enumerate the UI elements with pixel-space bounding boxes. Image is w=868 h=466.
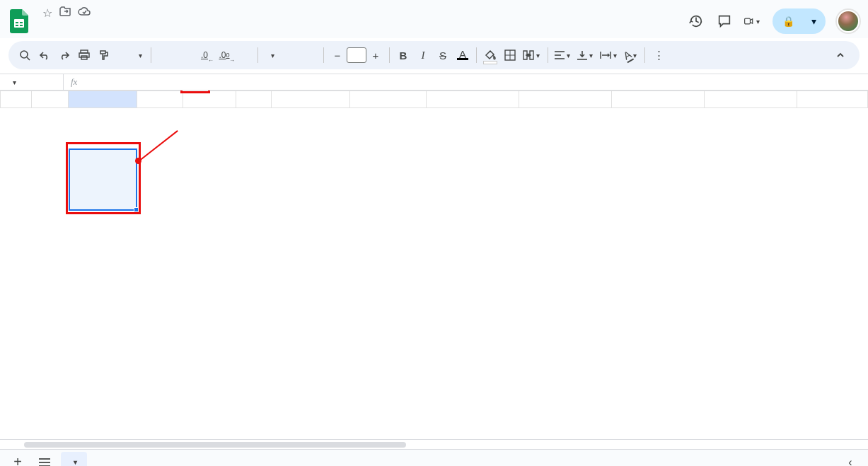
borders-button[interactable]	[501, 45, 519, 65]
namebox-caret-icon[interactable]: ▾	[11, 78, 18, 86]
annotation-highlight-box	[66, 142, 141, 214]
select-all-cell[interactable]	[1, 91, 32, 108]
menu-extensions[interactable]	[116, 28, 126, 30]
lock-icon: 🔒	[782, 16, 794, 27]
font-caret-icon[interactable]: ▾	[270, 52, 276, 59]
menu-edit[interactable]	[48, 28, 58, 30]
toolbar: ▾ .0← .00→ ▾ − + B I S A ▾ ▾ ▾ ▾ A▾ ⋮	[8, 41, 860, 69]
menu-tools[interactable]	[105, 28, 115, 30]
col-header[interactable]	[350, 91, 426, 108]
rotate-button[interactable]: A▾	[622, 45, 640, 65]
col-header[interactable]	[69, 91, 137, 108]
svg-rect-5	[745, 18, 751, 24]
spreadsheet-grid[interactable]	[0, 91, 868, 439]
col-header[interactable]	[271, 91, 349, 108]
svg-rect-9	[79, 53, 89, 57]
zoom-caret-icon[interactable]: ▾	[137, 52, 144, 59]
zoom-select[interactable]	[117, 45, 136, 65]
col-header[interactable]	[183, 91, 236, 108]
selection-overlay	[69, 148, 137, 211]
add-sheet-button[interactable]: +	[7, 452, 28, 467]
scrollbar-thumb[interactable]	[24, 442, 406, 448]
app-header: ☆ ▾ 🔒	[0, 0, 868, 38]
col-header[interactable]	[426, 91, 519, 108]
share-caret-icon[interactable]: ▾	[806, 13, 821, 29]
menu-bar	[37, 21, 681, 37]
col-header[interactable]	[519, 91, 611, 108]
svg-point-6	[21, 51, 28, 58]
increase-decimal-button[interactable]: .00→	[215, 45, 233, 65]
menu-view[interactable]	[59, 28, 69, 30]
merge-cells-button[interactable]: ▾	[521, 45, 543, 65]
undo-icon[interactable]	[35, 45, 54, 65]
decrease-decimal-button[interactable]: .0←	[195, 45, 214, 65]
sheet-tab-active[interactable]: ▾	[61, 452, 87, 467]
col-header[interactable]	[236, 91, 272, 108]
explore-caret-icon[interactable]: ‹	[840, 452, 861, 467]
cloud-status-icon[interactable]	[78, 6, 91, 20]
h-align-button[interactable]: ▾	[552, 45, 574, 65]
font-size-decrease[interactable]: −	[328, 45, 347, 65]
fx-icon: fx	[64, 76, 84, 88]
collapse-toolbar-icon[interactable]	[831, 45, 850, 65]
annotation-leader-line	[138, 130, 178, 162]
fill-color-button[interactable]	[481, 45, 499, 65]
col-header[interactable]	[611, 91, 704, 108]
horizontal-scrollbar[interactable]	[0, 439, 868, 449]
col-header[interactable]	[31, 91, 69, 108]
account-avatar[interactable]	[837, 10, 860, 33]
font-size-increase[interactable]: +	[366, 45, 385, 65]
paint-format-icon[interactable]	[95, 45, 113, 65]
header-right-actions: ▾ 🔒 ▾	[688, 8, 860, 34]
menu-file[interactable]	[37, 28, 47, 30]
annotation-pointer-dot	[135, 158, 141, 164]
meet-icon[interactable]: ▾	[744, 13, 761, 30]
search-menus-icon[interactable]	[16, 45, 34, 65]
formula-bar: ▾ fx	[0, 74, 868, 91]
toolbar-overflow-icon[interactable]: ⋮	[649, 45, 668, 65]
col-header[interactable]	[797, 91, 868, 108]
menu-insert[interactable]	[71, 28, 81, 30]
menu-data[interactable]	[93, 28, 103, 30]
wrap-button[interactable]: ▾	[598, 45, 620, 65]
menu-format[interactable]	[82, 28, 92, 30]
bold-button[interactable]: B	[394, 45, 412, 65]
comments-icon[interactable]	[716, 13, 733, 30]
percent-button[interactable]	[175, 45, 194, 65]
svg-line-7	[27, 57, 30, 60]
sheets-logo-icon[interactable]	[8, 7, 30, 35]
title-bar: ☆ ▾ 🔒	[8, 4, 860, 38]
all-sheets-button[interactable]	[34, 452, 55, 467]
col-header[interactable]	[137, 91, 183, 108]
italic-button[interactable]: I	[414, 45, 432, 65]
col-header[interactable]	[705, 91, 797, 108]
selection-fill-handle[interactable]	[134, 207, 139, 212]
v-align-button[interactable]: ▾	[575, 45, 596, 65]
strikethrough-button[interactable]: S	[434, 45, 452, 65]
column-header-row	[1, 91, 868, 108]
currency-button[interactable]	[156, 45, 174, 65]
font-size-input[interactable]	[347, 47, 366, 63]
share-button[interactable]: 🔒 ▾	[772, 8, 826, 34]
star-icon[interactable]: ☆	[42, 6, 52, 20]
print-icon[interactable]	[75, 45, 93, 65]
history-icon[interactable]	[688, 13, 705, 30]
text-color-button[interactable]: A	[453, 45, 472, 65]
sheet-tab-caret-icon[interactable]: ▾	[72, 458, 79, 466]
move-icon[interactable]	[59, 6, 71, 20]
menu-help[interactable]	[127, 28, 137, 30]
more-formats-button[interactable]	[235, 45, 253, 65]
redo-icon[interactable]	[55, 45, 74, 65]
sheet-tab-bar: + ▾ ‹	[0, 449, 868, 466]
svg-rect-4	[18, 21, 20, 26]
